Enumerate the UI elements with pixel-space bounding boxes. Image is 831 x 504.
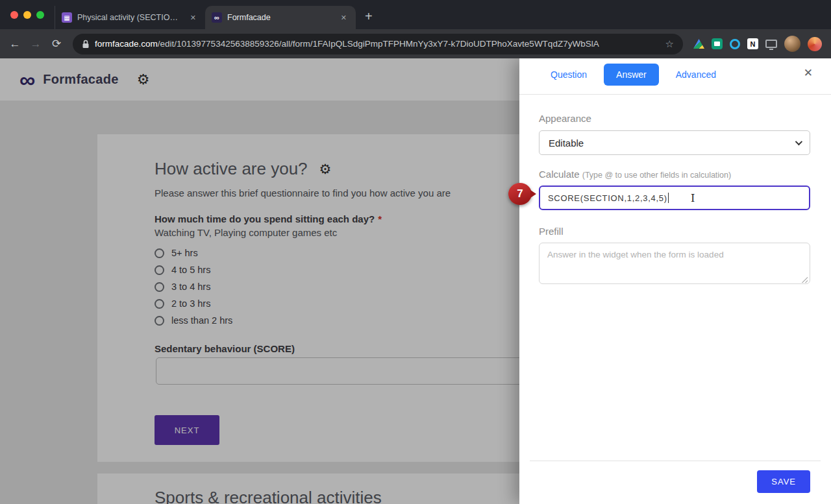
save-button[interactable]: SAVE bbox=[757, 470, 810, 493]
browser-tab-forms[interactable]: ▦ Physical activity (SECTION) - G ✕ bbox=[55, 6, 205, 29]
tab-answer[interactable]: Answer bbox=[604, 64, 659, 86]
url-domain: formfacade.com bbox=[95, 39, 158, 49]
ibeam-cursor: I bbox=[691, 192, 695, 204]
prefill-label: Prefill bbox=[539, 226, 564, 237]
step-badge: 7 bbox=[508, 183, 532, 205]
close-icon[interactable]: ✕ bbox=[804, 66, 813, 80]
calculate-label-row: Calculate (Type @ to use other fields in… bbox=[539, 169, 731, 180]
tab-title: Formfacade bbox=[227, 13, 333, 22]
avatar[interactable] bbox=[784, 36, 800, 52]
page-viewport: ∞ Formfacade ⚙ How active are you? ⚙ Ple… bbox=[0, 58, 831, 504]
tab-close-icon[interactable]: ✕ bbox=[188, 12, 199, 23]
reload-button[interactable]: ⟳ bbox=[47, 37, 66, 51]
url-text: formfacade.com/edit/10139775342563885932… bbox=[95, 39, 599, 49]
window-controls bbox=[0, 11, 55, 29]
window-minimize-button[interactable] bbox=[23, 11, 31, 19]
formfacade-site: ∞ Formfacade ⚙ How active are you? ⚙ Ple… bbox=[0, 58, 519, 504]
browser-toolbar: ← → ⟳ formfacade.com/edit/10139775342563… bbox=[0, 29, 831, 58]
window-zoom-button[interactable] bbox=[36, 11, 44, 19]
panel-divider bbox=[519, 94, 831, 95]
blocker-icon[interactable] bbox=[730, 39, 740, 49]
calculate-label: Calculate bbox=[539, 169, 580, 180]
back-button[interactable]: ← bbox=[5, 38, 25, 51]
chevron-down-icon bbox=[795, 138, 802, 145]
panel-tabs: Question Answer Advanced bbox=[549, 64, 717, 86]
appearance-value: Editable bbox=[549, 138, 584, 149]
new-tab-button[interactable]: + bbox=[356, 9, 382, 29]
google-forms-favicon: ▦ bbox=[62, 12, 72, 23]
tab-title: Physical activity (SECTION) - G bbox=[77, 13, 182, 22]
browser-tab-formfacade[interactable]: ∞ Formfacade ✕ bbox=[205, 6, 356, 29]
notion-icon[interactable]: N bbox=[747, 38, 758, 49]
field-editor-panel: Question Answer Advanced ✕ Appearance Ed… bbox=[519, 58, 831, 504]
cast-icon[interactable] bbox=[765, 40, 777, 48]
forward-button[interactable]: → bbox=[26, 38, 45, 51]
mail-icon[interactable] bbox=[712, 38, 723, 49]
text-caret bbox=[668, 193, 669, 203]
calculate-input[interactable]: SCORE(SECTION,1,2,3,4,5) I bbox=[539, 186, 810, 210]
modal-dim-overlay bbox=[0, 58, 519, 504]
window-close-button[interactable] bbox=[10, 11, 18, 19]
tab-close-icon[interactable]: ✕ bbox=[338, 12, 349, 23]
url-path: /edit/101397753425638859326/all/form/1FA… bbox=[158, 39, 599, 49]
drive-icon[interactable] bbox=[693, 39, 704, 49]
lock-icon bbox=[82, 40, 90, 49]
calculate-value: SCORE(SECTION,1,2,3,4,5) bbox=[548, 193, 667, 203]
appearance-select[interactable]: Editable bbox=[539, 130, 810, 155]
profile-icon[interactable] bbox=[808, 37, 822, 51]
panel-footer-divider bbox=[530, 461, 821, 461]
formfacade-favicon: ∞ bbox=[212, 12, 222, 23]
bookmark-star-icon[interactable]: ☆ bbox=[665, 38, 674, 50]
tab-advanced[interactable]: Advanced bbox=[675, 64, 717, 85]
tab-question[interactable]: Question bbox=[549, 64, 588, 85]
calculate-hint: (Type @ to use other fields in calculati… bbox=[582, 171, 731, 180]
address-bar[interactable]: formfacade.com/edit/10139775342563885932… bbox=[73, 34, 683, 54]
extension-icons: N bbox=[689, 36, 826, 52]
appearance-label: Appearance bbox=[539, 113, 591, 124]
browser-tab-strip: ▦ Physical activity (SECTION) - G ✕ ∞ Fo… bbox=[0, 0, 831, 29]
prefill-textarea[interactable] bbox=[539, 243, 810, 284]
